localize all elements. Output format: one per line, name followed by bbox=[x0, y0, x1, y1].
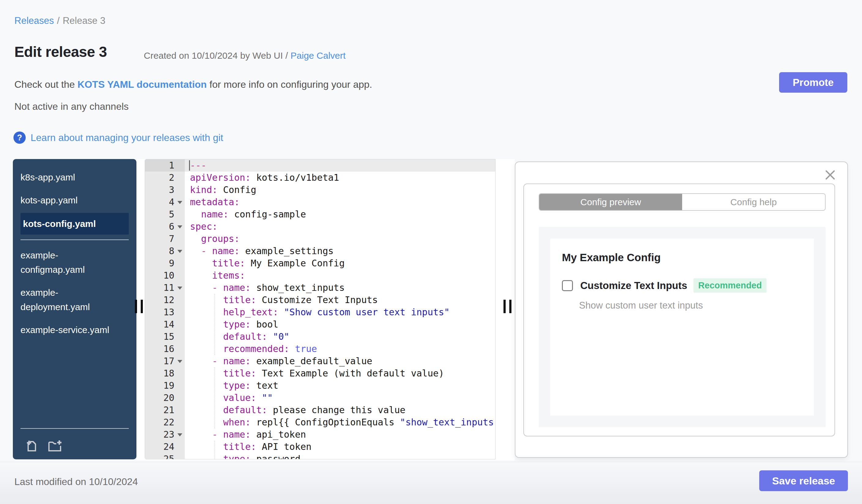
code-line-2: apiVersion: kots.io/v1beta1 bbox=[185, 172, 496, 184]
fold-arrow-icon[interactable] bbox=[178, 201, 182, 204]
code-line-21: default: please change this value bbox=[185, 404, 496, 416]
help-circle-icon: ? bbox=[13, 132, 26, 144]
indent-guide bbox=[214, 441, 215, 459]
code-line-5: name: config-sample bbox=[185, 208, 496, 221]
kots-yaml-doc-link[interactable]: KOTS YAML documentation bbox=[77, 79, 207, 90]
indent-guide bbox=[214, 294, 215, 355]
code-line-22: when: repl{{ ConfigOptionEquals "show_te… bbox=[185, 416, 496, 428]
customize-text-inputs-checkbox[interactable] bbox=[562, 280, 573, 291]
sidebar-file-example-configmap.yaml[interactable]: example-configmap.yaml bbox=[13, 245, 136, 280]
gutter-line-14: 14 bbox=[145, 318, 185, 331]
code-line-7: groups: bbox=[185, 233, 496, 245]
gutter-line-7: 7 bbox=[145, 233, 185, 245]
breadcrumb-releases-link[interactable]: Releases bbox=[14, 15, 54, 26]
gutter-line-24: 24 bbox=[145, 441, 185, 453]
gutter-line-17: 17 bbox=[145, 355, 185, 367]
git-link-label: Learn about managing your releases with … bbox=[30, 132, 223, 143]
code-line-11: - name: show_text_inputs bbox=[185, 282, 496, 294]
gutter-line-9: 9 bbox=[145, 257, 185, 269]
promote-button[interactable]: Promote bbox=[779, 72, 847, 93]
gutter-line-6: 6 bbox=[145, 221, 185, 233]
tab-config-preview[interactable]: Config preview bbox=[539, 194, 682, 210]
created-text: Created on 10/10/2024 by Web UI / bbox=[144, 51, 291, 61]
gutter-line-12: 12 bbox=[145, 294, 185, 306]
indent-guide bbox=[214, 367, 215, 428]
breadcrumb-separator: / bbox=[57, 15, 60, 26]
preview-inner-box: Config preview Config help My Example Co… bbox=[523, 184, 835, 436]
config-card: My Example Config Customize Text Inputs … bbox=[550, 239, 814, 416]
add-folder-icon[interactable] bbox=[47, 439, 62, 453]
code-line-8: - name: example_settings bbox=[185, 245, 496, 257]
editor-preview-resize-handle[interactable] bbox=[504, 300, 513, 313]
sidebar-actions bbox=[13, 423, 136, 459]
sidebar-file-example-service.yaml[interactable]: example-service.yaml bbox=[13, 320, 136, 340]
footer-bar: Last modified on 10/10/2024 Save release bbox=[0, 462, 862, 504]
gutter-line-8: 8 bbox=[145, 245, 185, 257]
gutter-line-22: 22 bbox=[145, 416, 185, 428]
config-item-label: Customize Text Inputs bbox=[580, 280, 687, 291]
gutter-line-4: 4 bbox=[145, 196, 185, 208]
gutter-line-3: 3 bbox=[145, 184, 185, 196]
code-line-12: title: Customize Text Inputs bbox=[185, 294, 496, 306]
file-label: example-service.yaml bbox=[21, 323, 109, 337]
gutter-line-23: 23 bbox=[145, 428, 185, 441]
recommended-badge: Recommended bbox=[693, 278, 767, 293]
gutter-line-19: 19 bbox=[145, 380, 185, 392]
code-line-16: recommended: true bbox=[185, 343, 496, 355]
breadcrumb-current: Release 3 bbox=[63, 15, 106, 26]
text-cursor bbox=[189, 160, 190, 171]
yaml-code-editor[interactable]: 1234567891011121314151617181920212223242… bbox=[145, 159, 496, 459]
file-label: example-configmap.yaml bbox=[21, 248, 118, 277]
fold-arrow-icon[interactable] bbox=[178, 287, 182, 290]
git-help-link[interactable]: ? Learn about managing your releases wit… bbox=[13, 132, 223, 144]
code-line-18: title: Text Example (with default value) bbox=[185, 367, 496, 380]
config-group-title: My Example Config bbox=[562, 251, 802, 264]
gutter-line-25: 25 bbox=[145, 453, 185, 459]
gutter-line-1: 1 bbox=[145, 159, 185, 172]
doc-hint-after: for more info on configuring your app. bbox=[207, 79, 372, 90]
gutter-line-2: 2 bbox=[145, 172, 185, 184]
code-line-15: default: "0" bbox=[185, 331, 496, 343]
editor-code-area[interactable]: ---apiVersion: kots.io/v1beta1kind: Conf… bbox=[185, 159, 496, 459]
gutter-line-21: 21 bbox=[145, 404, 185, 416]
code-line-9: title: My Example Config bbox=[185, 257, 496, 269]
breadcrumb: Releases/Release 3 bbox=[14, 15, 105, 26]
gutter-line-5: 5 bbox=[145, 208, 185, 221]
close-icon[interactable] bbox=[824, 169, 836, 181]
gutter-line-18: 18 bbox=[145, 367, 185, 380]
last-modified-text: Last modified on 10/10/2024 bbox=[14, 476, 138, 488]
code-line-10: items: bbox=[185, 269, 496, 282]
file-list: k8s-app.yamlkots-app.yamlkots-config.yam… bbox=[13, 159, 136, 340]
code-line-20: value: "" bbox=[185, 392, 496, 404]
file-label: example-deployment.yaml bbox=[21, 285, 118, 314]
sidebar-file-kots-config.yaml[interactable]: kots-config.yaml bbox=[21, 213, 129, 235]
preview-body: My Example Config Customize Text Inputs … bbox=[539, 227, 826, 427]
config-preview-panel: Config preview Config help My Example Co… bbox=[515, 161, 848, 458]
fold-arrow-icon[interactable] bbox=[178, 433, 182, 436]
sidebar-file-example-deployment.yaml[interactable]: example-deployment.yaml bbox=[13, 282, 136, 317]
author-link[interactable]: Paige Calvert bbox=[291, 51, 346, 61]
code-line-3: kind: Config bbox=[185, 184, 496, 196]
sidebar-file-kots-app.yaml[interactable]: kots-app.yaml bbox=[13, 190, 136, 210]
fold-arrow-icon[interactable] bbox=[178, 360, 182, 363]
file-label: kots-app.yaml bbox=[21, 193, 78, 207]
fold-arrow-icon[interactable] bbox=[178, 250, 182, 253]
sidebar-file-k8s-app.yaml[interactable]: k8s-app.yaml bbox=[13, 167, 136, 187]
created-line: Created on 10/10/2024 by Web UI / Paige … bbox=[144, 51, 346, 61]
page-title: Edit release 3 bbox=[14, 43, 107, 60]
save-release-button[interactable]: Save release bbox=[759, 470, 848, 491]
gutter-line-15: 15 bbox=[145, 331, 185, 343]
code-line-25: type: password bbox=[185, 453, 496, 459]
add-file-icon[interactable] bbox=[25, 439, 39, 453]
gutter-line-16: 16 bbox=[145, 343, 185, 355]
code-line-24: title: API token bbox=[185, 441, 496, 453]
tab-config-help[interactable]: Config help bbox=[682, 194, 825, 210]
sidebar-divider bbox=[21, 428, 129, 429]
code-line-13: help_text: "Show custom user text inputs… bbox=[185, 306, 496, 318]
config-item-row: Customize Text Inputs Recommended bbox=[562, 278, 802, 293]
editor-gutter: 1234567891011121314151617181920212223242… bbox=[145, 159, 185, 459]
sidebar-editor-resize-handle[interactable] bbox=[135, 300, 144, 313]
file-sidebar: k8s-app.yamlkots-app.yamlkots-config.yam… bbox=[13, 159, 136, 459]
fold-arrow-icon[interactable] bbox=[178, 225, 182, 228]
gutter-line-11: 11 bbox=[145, 282, 185, 294]
